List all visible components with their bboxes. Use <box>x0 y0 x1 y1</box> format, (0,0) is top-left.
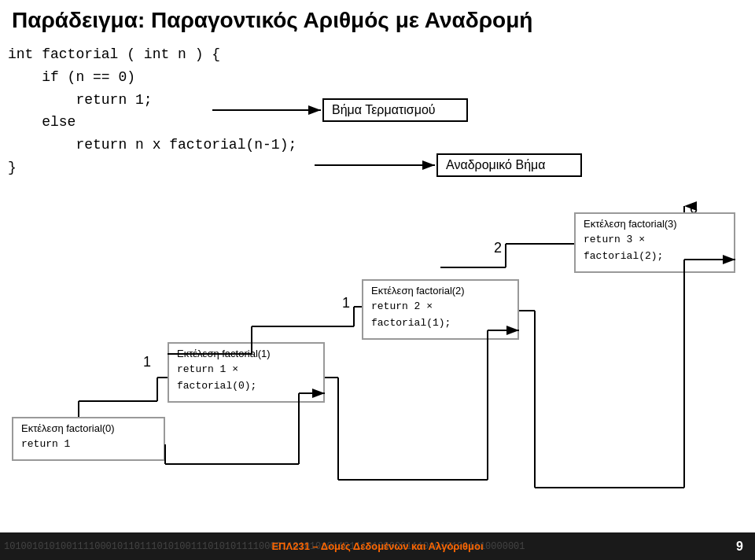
fact3-box: Εκτέλεση factorial(3) return 3 × factori… <box>574 212 735 273</box>
page-number: 9 <box>736 540 743 554</box>
fact1-box: Εκτέλεση factorial(1) return 1 × factori… <box>168 342 325 403</box>
code-line-2: if (n == 0) <box>8 66 296 89</box>
fact2-code: return 2 × factorial(1); <box>371 299 510 332</box>
footer: ΕΠΛ231 – Δομές Δεδομένων και Αλγόριθμοι … <box>0 532 755 560</box>
code-line-6: } <box>8 157 296 179</box>
code-line-5: return n x factorial(n-1); <box>8 134 296 157</box>
code-line-1: int factorial ( int n ) { <box>8 43 296 66</box>
fact2-box: Εκτέλεση factorial(2) return 2 × factori… <box>362 279 519 340</box>
fact0-code: return 1 <box>21 437 156 453</box>
footer-text: ΕΠΛ231 – Δομές Δεδομένων και Αλγόριθμοι <box>271 540 483 552</box>
code-line-3: return 1; <box>8 89 296 112</box>
number-1-left: 1 <box>143 354 151 370</box>
termination-label: Βήμα Τερματισμού <box>322 98 468 122</box>
number-2: 2 <box>494 240 502 256</box>
page-title: Παράδειγμα: Παραγοντικός Αριθμός με Αναδ… <box>0 0 755 37</box>
fact1-title: Εκτέλεση factorial(1) <box>177 348 315 359</box>
code-line-4: else <box>8 111 296 134</box>
fact0-box: Εκτέλεση factorial(0) return 1 <box>12 417 165 461</box>
fact2-title: Εκτέλεση factorial(2) <box>371 285 510 297</box>
fact0-title: Εκτέλεση factorial(0) <box>21 422 156 434</box>
number-1-mid: 1 <box>342 295 350 311</box>
recursive-label: Αναδρομικό Βήμα <box>436 153 582 177</box>
fact3-code: return 3 × factorial(2); <box>584 232 726 265</box>
fact1-code: return 1 × factorial(0); <box>177 362 315 395</box>
code-section: int factorial ( int n ) { if (n == 0) re… <box>8 43 296 179</box>
fact3-title: Εκτέλεση factorial(3) <box>584 218 726 230</box>
